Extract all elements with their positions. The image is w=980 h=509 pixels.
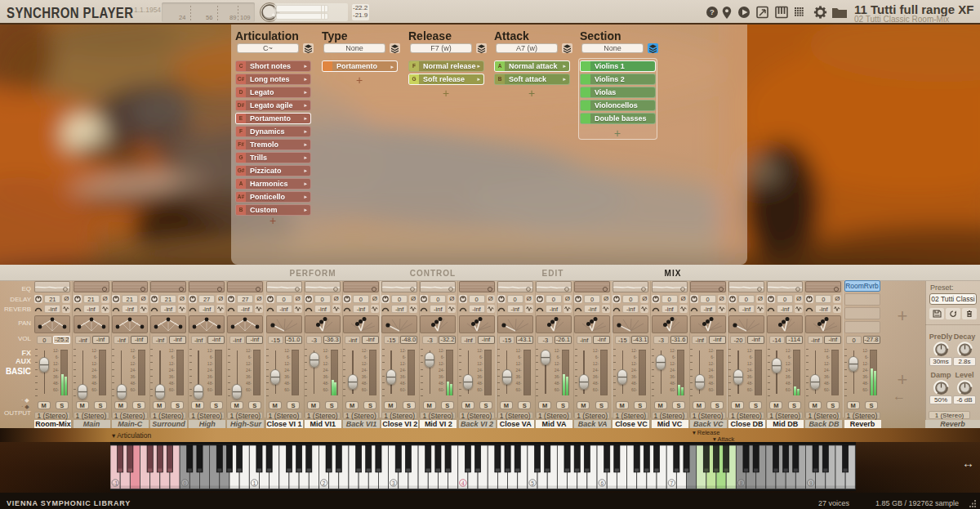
svg-text:7: 7	[670, 480, 673, 486]
svg-text:-1: -1	[113, 480, 118, 486]
svg-text:2: 2	[322, 480, 325, 486]
svg-text:1: 1	[252, 480, 256, 486]
svg-text:6: 6	[600, 480, 604, 486]
svg-text:4: 4	[461, 480, 465, 486]
svg-text:9: 9	[809, 480, 813, 486]
svg-text:8: 8	[739, 480, 742, 486]
svg-text:3: 3	[392, 480, 395, 486]
svg-text:?: ?	[710, 7, 715, 16]
svg-text:5: 5	[531, 480, 534, 486]
svg-text:0: 0	[183, 480, 186, 486]
